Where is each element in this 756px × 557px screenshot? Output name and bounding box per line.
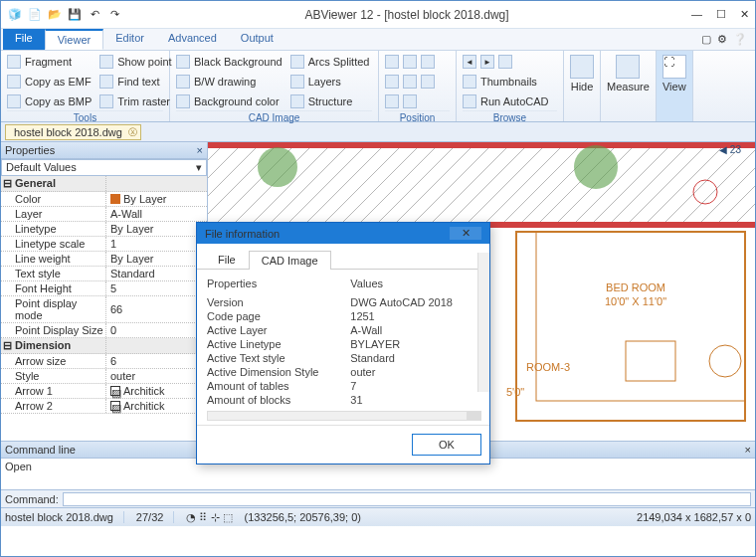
- win-icon: [403, 94, 417, 108]
- dialog-hscroll[interactable]: [207, 411, 481, 421]
- svg-rect-4: [536, 232, 745, 401]
- svg-text:ROOM-3: ROOM-3: [526, 361, 570, 373]
- bgcolor-button[interactable]: Background color: [176, 93, 283, 110]
- copy-emf-button[interactable]: Copy as EMF: [7, 73, 92, 91]
- table-row: Amount of tables7: [207, 379, 481, 393]
- redo-icon[interactable]: ↷: [106, 7, 122, 23]
- close-tab-icon[interactable]: ⓧ: [128, 126, 137, 139]
- 3d-icon: [421, 75, 435, 89]
- prop-asize[interactable]: 6: [106, 354, 207, 368]
- trim-raster-button: Trim raster: [99, 93, 171, 110]
- prop-fheight[interactable]: 5: [106, 281, 207, 295]
- arcs-button[interactable]: Arcs Splitted: [290, 53, 370, 71]
- dialog-titlebar[interactable]: File information✕: [197, 223, 489, 244]
- status-file: hostel block 2018.dwg: [5, 511, 124, 523]
- dialog-tab-cadimage[interactable]: CAD Image: [249, 251, 331, 270]
- hide-icon: [570, 55, 594, 79]
- svg-point-10: [574, 145, 618, 189]
- autocad-button[interactable]: Run AutoCAD: [463, 93, 548, 110]
- prop-arrow2[interactable]: ▨Architick: [106, 399, 207, 413]
- bw-drawing-button[interactable]: B/W drawing: [176, 73, 283, 91]
- measure-button[interactable]: Measure: [601, 51, 657, 121]
- table-row: Active Text styleStandard: [207, 351, 481, 365]
- settings-icon[interactable]: ⚙: [717, 33, 727, 46]
- ribbon-group-position: Position: [379, 51, 457, 121]
- prop-lweight[interactable]: By Layer: [106, 252, 207, 266]
- zoomout-icon: [403, 55, 417, 69]
- window-title: ABViewer 12 - [hostel block 2018.dwg]: [122, 8, 691, 22]
- minimize-ribbon-icon[interactable]: ▢: [701, 33, 711, 46]
- tab-viewer[interactable]: Viewer: [45, 29, 103, 50]
- doc-tab[interactable]: hostel block 2018.dwgⓧ: [5, 124, 141, 140]
- find-icon: [99, 75, 113, 89]
- property-grid: ⊟ General ColorBy Layer LayerA-Wall Line…: [1, 176, 207, 441]
- new-icon[interactable]: 📄: [27, 7, 43, 23]
- help-icon[interactable]: ❔: [733, 33, 747, 46]
- svg-point-12: [709, 345, 741, 377]
- next-icon: ►: [480, 55, 494, 69]
- nav-buttons[interactable]: ◄►: [463, 53, 548, 71]
- show-point-button[interactable]: Show point: [99, 53, 171, 71]
- table-row: Amount of blocks31: [207, 393, 481, 407]
- snap-icons[interactable]: ◔ ⠿ ⊹ ⬚: [186, 511, 232, 524]
- acad-icon: [463, 94, 476, 108]
- minimize-button[interactable]: —: [691, 8, 702, 21]
- hide-button[interactable]: Hide: [564, 51, 601, 121]
- close-button[interactable]: ✕: [740, 8, 749, 21]
- find-text-button[interactable]: Find text: [99, 73, 171, 91]
- svg-rect-3: [516, 232, 745, 421]
- ext-icon: [385, 94, 399, 108]
- thumbnails-button[interactable]: Thumbnails: [463, 73, 548, 91]
- close-command-icon[interactable]: ×: [745, 444, 751, 456]
- prop-color[interactable]: By Layer: [106, 192, 207, 206]
- undo-icon[interactable]: ↶: [87, 7, 102, 23]
- prop-layer[interactable]: A-Wall: [106, 207, 207, 221]
- black-bg-button[interactable]: Black Background: [176, 53, 283, 71]
- prop-arrow1[interactable]: ▨Architick: [106, 384, 207, 398]
- dialog-vscroll[interactable]: [477, 253, 489, 392]
- pan-button[interactable]: [385, 73, 435, 91]
- view-button[interactable]: ⛶View: [657, 51, 693, 121]
- zoom-in-button[interactable]: [385, 53, 435, 71]
- section-dimension[interactable]: ⊟ Dimension: [1, 338, 106, 353]
- svg-text:BED ROOM: BED ROOM: [606, 281, 665, 293]
- arrow2-icon: ▨: [110, 401, 120, 411]
- ok-button[interactable]: OK: [412, 434, 481, 456]
- maximize-button[interactable]: ☐: [716, 8, 726, 21]
- group-label-browse: Browse: [463, 110, 557, 124]
- zoomfit-icon: [421, 55, 435, 69]
- dialog-close-button[interactable]: ✕: [450, 227, 481, 240]
- default-values-select[interactable]: Default Values▾: [1, 159, 207, 176]
- fragment-button[interactable]: Fragment: [7, 53, 92, 71]
- command-input[interactable]: [63, 492, 751, 506]
- structure-button[interactable]: Structure: [290, 93, 370, 110]
- open-icon[interactable]: 📂: [47, 7, 63, 23]
- save-icon[interactable]: 💾: [67, 7, 83, 23]
- tab-advanced[interactable]: Advanced: [156, 29, 229, 50]
- tab-output[interactable]: Output: [229, 29, 285, 50]
- status-size: 2149,034 x 1682,57 x 0: [637, 511, 751, 523]
- tab-editor[interactable]: Editor: [103, 29, 156, 50]
- measure-icon: [616, 55, 640, 79]
- close-panel-icon[interactable]: ×: [197, 144, 203, 156]
- bmp-icon: [7, 94, 21, 108]
- dialog-buttons: OK: [197, 425, 489, 464]
- command-label: Command:: [5, 493, 59, 505]
- extents-button[interactable]: [385, 93, 435, 110]
- ribbon: Fragment Copy as EMF Copy as BMP Show po…: [1, 51, 755, 122]
- tab-file[interactable]: File: [3, 29, 45, 50]
- dialog-tab-file[interactable]: File: [205, 250, 249, 269]
- prop-tstyle[interactable]: Standard: [106, 267, 207, 280]
- copy-bmp-button[interactable]: Copy as BMP: [7, 93, 92, 110]
- layers-button[interactable]: Layers: [290, 73, 370, 91]
- group-label-cadimage: CAD Image: [176, 110, 372, 124]
- status-page: 27/32: [136, 511, 175, 523]
- section-general[interactable]: ⊟ General: [1, 176, 106, 191]
- window-controls: — ☐ ✕: [691, 8, 749, 21]
- prop-style[interactable]: outer: [106, 369, 207, 383]
- blackbg-icon: [176, 55, 190, 69]
- prop-pdmode[interactable]: 66: [106, 296, 207, 322]
- prop-pdsize[interactable]: 0: [106, 323, 207, 337]
- prop-ltscale[interactable]: 1: [106, 237, 207, 251]
- prop-linetype[interactable]: By Layer: [106, 222, 207, 236]
